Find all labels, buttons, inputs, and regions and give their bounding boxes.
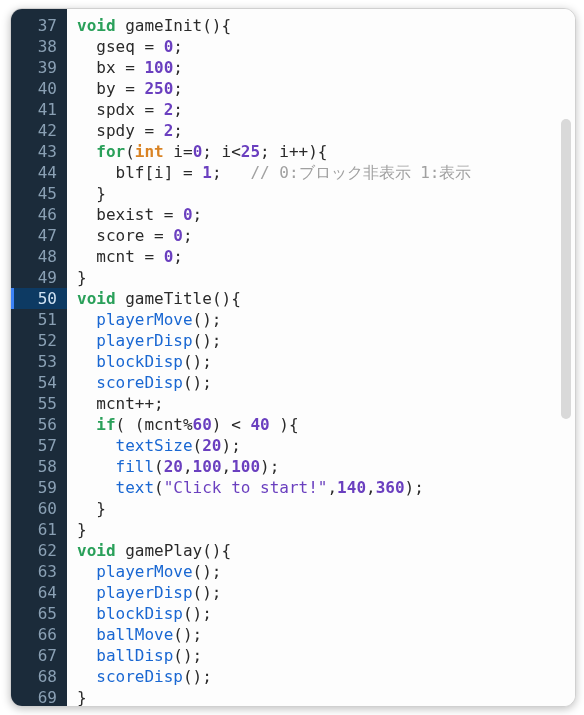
line-number: 40 <box>25 78 57 99</box>
token-op: (); <box>193 310 222 329</box>
token-op: , <box>183 457 193 476</box>
token-op <box>77 373 96 392</box>
token-call: text <box>116 478 155 497</box>
token-call: ballMove <box>96 625 173 644</box>
token-op: ( <box>193 436 203 455</box>
code-line[interactable]: blockDisp(); <box>77 603 575 624</box>
code-line[interactable]: playerDisp(); <box>77 330 575 351</box>
code-line[interactable]: ballDisp(); <box>77 645 575 666</box>
token-op: ); <box>260 457 279 476</box>
code-line[interactable]: mcnt++; <box>77 393 575 414</box>
code-line[interactable]: blf[i] = 1; // 0:ブロック非表示 1:表示 <box>77 162 575 183</box>
code-line[interactable]: bx = 100; <box>77 57 575 78</box>
token-op: ); <box>222 436 241 455</box>
token-op <box>116 16 126 35</box>
token-op: ( <box>125 142 135 161</box>
line-number: 44 <box>25 162 57 183</box>
code-line[interactable]: spdx = 2; <box>77 99 575 120</box>
line-number: 66 <box>25 624 57 645</box>
code-line[interactable]: playerMove(); <box>77 561 575 582</box>
code-line[interactable]: textSize(20); <box>77 435 575 456</box>
token-op: (); <box>173 625 202 644</box>
line-number: 53 <box>25 351 57 372</box>
token-num: 20 <box>202 436 221 455</box>
scrollbar-thumb[interactable] <box>561 119 571 419</box>
code-line[interactable]: score = 0; <box>77 225 575 246</box>
code-line[interactable]: spdy = 2; <box>77 120 575 141</box>
token-op: spdy = <box>77 121 164 140</box>
code-line[interactable]: void gameTitle(){ <box>77 288 575 309</box>
line-number: 62 <box>25 540 57 561</box>
code-line[interactable]: bexist = 0; <box>77 204 575 225</box>
token-op: spdx = <box>77 100 164 119</box>
token-op: ; <box>212 163 251 182</box>
token-fn: gameTitle <box>125 289 212 308</box>
line-number: 63 <box>25 561 57 582</box>
token-op <box>77 646 96 665</box>
line-number-gutter: 3738394041424344454647484950515253545556… <box>11 9 67 706</box>
token-num: 20 <box>164 457 183 476</box>
code-line[interactable]: scoreDisp(); <box>77 372 575 393</box>
code-line[interactable]: } <box>77 267 575 288</box>
token-call: playerMove <box>96 562 192 581</box>
code-line[interactable]: for(int i=0; i<25; i++){ <box>77 141 575 162</box>
token-op: , <box>366 478 376 497</box>
token-op: bexist = <box>77 205 183 224</box>
token-op <box>116 289 126 308</box>
code-line[interactable]: } <box>77 498 575 519</box>
token-call: textSize <box>116 436 193 455</box>
code-line[interactable]: } <box>77 519 575 540</box>
token-kw: void <box>77 289 116 308</box>
token-op: (){ <box>212 289 241 308</box>
line-number: 50 <box>11 288 67 309</box>
code-line[interactable]: void gameInit(){ <box>77 15 575 36</box>
code-line[interactable]: scoreDisp(); <box>77 666 575 687</box>
line-number: 68 <box>25 666 57 687</box>
token-op <box>116 541 126 560</box>
token-kw: for <box>96 142 125 161</box>
token-op: ) < <box>212 415 251 434</box>
code-line[interactable]: playerDisp(); <box>77 582 575 603</box>
code-line[interactable]: blockDisp(); <box>77 351 575 372</box>
code-line[interactable]: ballMove(); <box>77 624 575 645</box>
code-line[interactable]: mcnt = 0; <box>77 246 575 267</box>
line-number: 67 <box>25 645 57 666</box>
token-op <box>77 415 96 434</box>
code-editor[interactable]: 3738394041424344454647484950515253545556… <box>10 8 576 707</box>
token-fn: gameInit <box>125 16 202 35</box>
token-op <box>77 436 116 455</box>
code-line[interactable]: by = 250; <box>77 78 575 99</box>
code-line[interactable]: if( (mcnt%60) < 40 ){ <box>77 414 575 435</box>
line-number: 42 <box>25 120 57 141</box>
token-op: mcnt++; <box>77 394 164 413</box>
code-line[interactable]: playerMove(); <box>77 309 575 330</box>
code-line[interactable]: } <box>77 687 575 706</box>
code-line[interactable]: gseq = 0; <box>77 36 575 57</box>
token-op: ; <box>173 37 183 56</box>
token-op: ; i< <box>202 142 241 161</box>
token-num: 60 <box>193 415 212 434</box>
token-op: } <box>77 268 87 287</box>
code-area[interactable]: void gameInit(){ gseq = 0; bx = 100; by … <box>67 9 575 706</box>
token-op: } <box>77 499 106 518</box>
line-number: 38 <box>25 36 57 57</box>
line-number: 49 <box>25 267 57 288</box>
code-line[interactable]: } <box>77 183 575 204</box>
token-ty: int <box>135 142 164 161</box>
token-fn: gamePlay <box>125 541 202 560</box>
token-num: 0 <box>164 247 174 266</box>
token-call: playerDisp <box>96 583 192 602</box>
token-call: scoreDisp <box>96 373 183 392</box>
token-op: (); <box>183 373 212 392</box>
code-line[interactable]: fill(20,100,100); <box>77 456 575 477</box>
line-number: 56 <box>25 414 57 435</box>
line-number: 46 <box>25 204 57 225</box>
token-op: } <box>77 520 87 539</box>
token-op: (); <box>183 352 212 371</box>
token-call: playerMove <box>96 310 192 329</box>
line-number: 37 <box>25 15 57 36</box>
code-line[interactable]: text("Click to start!",140,360); <box>77 477 575 498</box>
token-op <box>77 478 116 497</box>
token-op <box>77 583 96 602</box>
code-line[interactable]: void gamePlay(){ <box>77 540 575 561</box>
